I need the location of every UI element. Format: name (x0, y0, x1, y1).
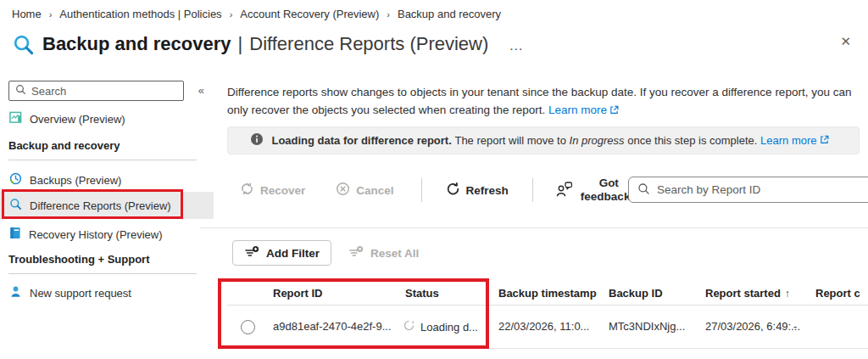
column-status[interactable]: Status (405, 287, 439, 300)
close-icon[interactable]: ✕ (840, 34, 851, 49)
filter-reset-icon (348, 245, 364, 261)
sidebar-item-recovery-history[interactable]: Recovery History (Preview) (0, 222, 214, 246)
sidebar-item-label: Difference Reports (Preview) (30, 199, 171, 212)
search-icon (9, 198, 22, 213)
status-label: Loading d... (420, 321, 478, 334)
filter-add-icon (244, 245, 259, 261)
search-icon (15, 84, 26, 98)
banner-text: The report will move to (452, 134, 570, 147)
breadcrumb-account-recovery[interactable]: Account Recovery (Preview) (240, 8, 379, 20)
person-icon (9, 285, 22, 300)
sidebar-item-new-support-request[interactable]: New support request (0, 281, 214, 305)
page-header: Backup and recovery | Difference Reports… (12, 30, 524, 59)
report-id-search[interactable] (628, 177, 868, 203)
cell-status: Loading d... (403, 320, 478, 334)
refresh-label: Refresh (466, 184, 509, 197)
add-filter-button[interactable]: Add Filter (232, 240, 331, 266)
learn-more-link[interactable]: Learn more (548, 104, 607, 116)
clock-icon (9, 172, 22, 188)
sidebar-section-backup-recovery: Backup and recovery (8, 139, 197, 160)
sync-arrows-icon (240, 182, 254, 199)
table-row[interactable]: a9d81eaf-2470-4e2f-9... Loading d... 22/… (227, 306, 868, 349)
breadcrumb-current: Backup and recovery (398, 8, 501, 20)
reset-all-label: Reset All (370, 247, 419, 260)
cell-report-completed: - (793, 320, 797, 333)
sidebar-item-difference-reports[interactable]: Difference Reports (Preview) (0, 192, 214, 219)
command-bar: Recover Cancel Refresh Got feedback? (240, 173, 637, 207)
sort-ascending-icon: ↑ (785, 288, 790, 300)
breadcrumb-auth-methods[interactable]: Authentication methods | Policies (59, 8, 221, 20)
report-id-search-input[interactable] (657, 183, 843, 196)
description-text: Difference reports show changes to objec… (227, 86, 851, 116)
section-divider (200, 227, 868, 228)
external-link-icon (609, 103, 619, 121)
feedback-label-line1: Got (599, 177, 619, 189)
recover-label: Recover (260, 184, 305, 197)
recover-button[interactable]: Recover (240, 182, 305, 199)
column-backup-id[interactable]: Backup ID (609, 287, 663, 300)
chart-icon (9, 111, 22, 126)
search-icon (637, 182, 650, 198)
cancel-label: Cancel (356, 184, 393, 197)
external-link-icon (820, 134, 829, 147)
table-header: Report ID Status Backup timestamp Backup… (227, 281, 868, 306)
toolbar-divider (421, 178, 422, 202)
row-radio-button[interactable] (241, 320, 255, 334)
sidebar-item-label: Recovery History (Preview) (29, 228, 162, 241)
breadcrumb-separator-icon: › (230, 9, 233, 20)
collapse-sidebar-icon[interactable]: « (198, 84, 204, 97)
cell-report-started: 27/03/2026, 6:49:... (705, 320, 800, 333)
cell-backup-timestamp: 22/03/2026, 11:0... (498, 320, 589, 333)
page-title: Backup and recovery (42, 33, 231, 55)
breadcrumb-separator-icon: › (49, 9, 53, 20)
sidebar-item-backups[interactable]: Backups (Preview) (0, 168, 214, 192)
cell-report-id: a9d81eaf-2470-4e2f-9... (273, 320, 392, 333)
more-actions-icon[interactable]: … (509, 37, 524, 54)
reset-all-button[interactable]: Reset All (340, 240, 427, 266)
cell-backup-id: MTc3NDIxNjg... (609, 320, 685, 333)
column-report-completed[interactable]: Report c (815, 287, 860, 300)
sidebar-item-overview[interactable]: Overview (Preview) (0, 107, 214, 131)
column-backup-timestamp[interactable]: Backup timestamp (498, 287, 597, 300)
page-title-separator: | (238, 33, 243, 55)
page-subtitle: Difference Reports (Preview) (249, 33, 488, 55)
feedback-person-icon (555, 181, 573, 199)
breadcrumb-separator-icon: › (387, 9, 390, 20)
journal-icon (9, 227, 21, 242)
cancel-circle-icon (336, 182, 350, 199)
add-filter-label: Add Filter (266, 247, 320, 260)
sidebar-item-label: New support request (30, 287, 131, 300)
refresh-icon (446, 182, 460, 199)
banner-learn-more-link[interactable]: Learn more (760, 134, 816, 147)
toolbar-divider (532, 178, 533, 202)
banner-bold-text: Loading data for difference report. (271, 134, 451, 147)
sidebar-item-label: Backups (Preview) (30, 174, 121, 187)
sidebar-search-input[interactable] (31, 85, 167, 98)
sidebar: « Overview (Preview) Backup and recovery… (0, 75, 217, 359)
page-description: Difference reports show changes to objec… (227, 84, 863, 120)
banner-text: once this step is complete. (625, 134, 760, 147)
spinner-icon (403, 320, 415, 334)
refresh-button[interactable]: Refresh (446, 182, 509, 199)
banner-italic-text: In progress (570, 134, 625, 147)
cancel-button[interactable]: Cancel (336, 182, 393, 199)
column-report-started[interactable]: Report started↑ (705, 287, 790, 300)
info-banner: Loading data for difference report. The … (227, 126, 860, 154)
sidebar-item-label: Overview (Preview) (30, 113, 125, 126)
breadcrumb: Home › Authentication methods | Policies… (12, 8, 501, 20)
sidebar-search[interactable] (8, 81, 184, 101)
column-report-id[interactable]: Report ID (273, 287, 323, 300)
breadcrumb-home[interactable]: Home (12, 8, 42, 20)
got-feedback-button[interactable]: Got feedback? (555, 177, 637, 204)
sidebar-section-troubleshooting: Troubleshooting + Support (8, 253, 197, 274)
info-icon (238, 120, 264, 161)
magnifier-blade-icon (12, 33, 35, 59)
